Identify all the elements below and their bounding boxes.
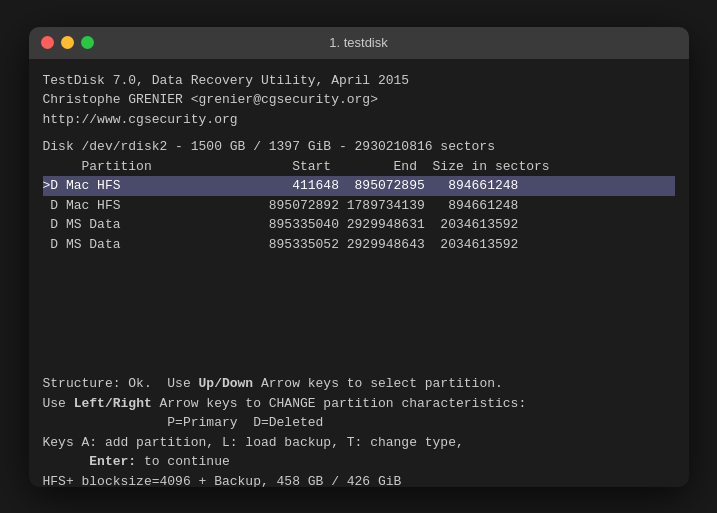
- footer-line-1: Structure: Ok. Use Up/Down Arrow keys to…: [43, 374, 675, 394]
- partition-row-0[interactable]: >D Mac HFS 411648 895072895 894661248: [43, 176, 675, 196]
- close-button[interactable]: [41, 36, 54, 49]
- terminal-window: 1. testdisk TestDisk 7.0, Data Recovery …: [29, 27, 689, 487]
- window-title: 1. testdisk: [329, 35, 388, 50]
- header-line-1: TestDisk 7.0, Data Recovery Utility, Apr…: [43, 71, 675, 91]
- footer-line-2: Use Left/Right Arrow keys to CHANGE part…: [43, 394, 675, 414]
- header-line-2: Christophe GRENIER <grenier@cgsecurity.o…: [43, 90, 675, 110]
- traffic-lights: [41, 36, 94, 49]
- column-header: Partition Start End Size in sectors: [43, 157, 675, 177]
- header-line-3: http://www.cgsecurity.org: [43, 110, 675, 130]
- partition-row-2[interactable]: D MS Data 895335040 2929948631 203461359…: [43, 215, 675, 235]
- footer-line-4: Keys A: add partition, L: load backup, T…: [43, 433, 675, 453]
- terminal-content: TestDisk 7.0, Data Recovery Utility, Apr…: [29, 59, 689, 487]
- partition-row-1[interactable]: D Mac HFS 895072892 1789734139 894661248: [43, 196, 675, 216]
- partition-list: >D Mac HFS 411648 895072895 894661248 D …: [43, 176, 675, 254]
- footer-line-3: P=Primary D=Deleted: [43, 413, 675, 433]
- title-bar: 1. testdisk: [29, 27, 689, 59]
- maximize-button[interactable]: [81, 36, 94, 49]
- partition-row-3[interactable]: D MS Data 895335052 2929948643 203461359…: [43, 235, 675, 255]
- disk-info: Disk /dev/rdisk2 - 1500 GB / 1397 GiB - …: [43, 137, 675, 157]
- footer-line-6: HFS+ blocksize=4096 + Backup, 458 GB / 4…: [43, 472, 675, 487]
- minimize-button[interactable]: [61, 36, 74, 49]
- footer-line-5: Enter: to continue: [43, 452, 675, 472]
